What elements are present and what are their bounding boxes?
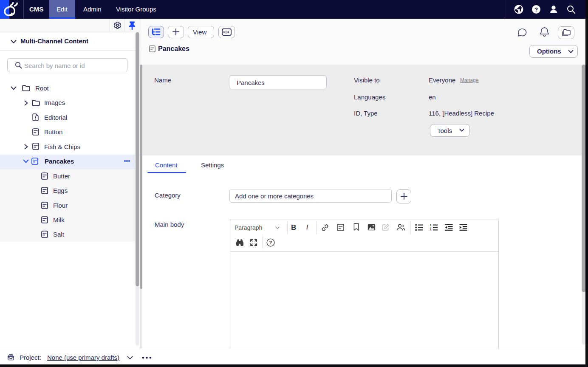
svg-text:?: ?	[534, 6, 538, 13]
svg-text:3: 3	[430, 229, 432, 231]
svg-text:?: ?	[269, 240, 272, 245]
